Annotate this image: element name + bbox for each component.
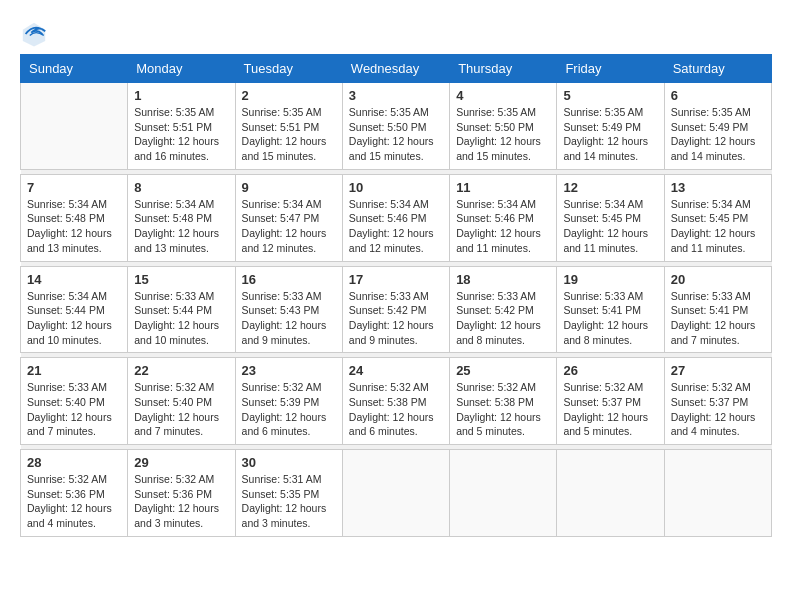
day-info: Sunrise: 5:32 AMSunset: 5:37 PMDaylight:… <box>671 380 765 439</box>
calendar-cell: 13Sunrise: 5:34 AMSunset: 5:45 PMDayligh… <box>664 174 771 261</box>
day-number: 6 <box>671 88 765 103</box>
day-number: 16 <box>242 272 336 287</box>
calendar-cell: 27Sunrise: 5:32 AMSunset: 5:37 PMDayligh… <box>664 358 771 445</box>
weekday-friday: Friday <box>557 55 664 83</box>
day-number: 5 <box>563 88 657 103</box>
day-number: 19 <box>563 272 657 287</box>
calendar-cell <box>557 450 664 537</box>
logo <box>20 20 50 48</box>
calendar-cell: 14Sunrise: 5:34 AMSunset: 5:44 PMDayligh… <box>21 266 128 353</box>
day-info: Sunrise: 5:32 AMSunset: 5:38 PMDaylight:… <box>349 380 443 439</box>
weekday-wednesday: Wednesday <box>342 55 449 83</box>
day-number: 27 <box>671 363 765 378</box>
calendar-cell: 15Sunrise: 5:33 AMSunset: 5:44 PMDayligh… <box>128 266 235 353</box>
day-info: Sunrise: 5:34 AMSunset: 5:45 PMDaylight:… <box>671 197 765 256</box>
day-number: 1 <box>134 88 228 103</box>
day-number: 26 <box>563 363 657 378</box>
calendar-cell <box>664 450 771 537</box>
day-info: Sunrise: 5:34 AMSunset: 5:48 PMDaylight:… <box>134 197 228 256</box>
generalblue-logo-icon <box>20 20 48 48</box>
day-number: 12 <box>563 180 657 195</box>
day-info: Sunrise: 5:33 AMSunset: 5:41 PMDaylight:… <box>563 289 657 348</box>
day-number: 21 <box>27 363 121 378</box>
calendar-week-5: 28Sunrise: 5:32 AMSunset: 5:36 PMDayligh… <box>21 450 772 537</box>
day-number: 8 <box>134 180 228 195</box>
calendar-cell: 28Sunrise: 5:32 AMSunset: 5:36 PMDayligh… <box>21 450 128 537</box>
day-info: Sunrise: 5:32 AMSunset: 5:37 PMDaylight:… <box>563 380 657 439</box>
day-number: 15 <box>134 272 228 287</box>
calendar-cell: 3Sunrise: 5:35 AMSunset: 5:50 PMDaylight… <box>342 83 449 170</box>
calendar-cell: 23Sunrise: 5:32 AMSunset: 5:39 PMDayligh… <box>235 358 342 445</box>
weekday-thursday: Thursday <box>450 55 557 83</box>
calendar-cell: 20Sunrise: 5:33 AMSunset: 5:41 PMDayligh… <box>664 266 771 353</box>
day-info: Sunrise: 5:33 AMSunset: 5:40 PMDaylight:… <box>27 380 121 439</box>
calendar-cell: 17Sunrise: 5:33 AMSunset: 5:42 PMDayligh… <box>342 266 449 353</box>
weekday-monday: Monday <box>128 55 235 83</box>
calendar-cell: 30Sunrise: 5:31 AMSunset: 5:35 PMDayligh… <box>235 450 342 537</box>
day-info: Sunrise: 5:35 AMSunset: 5:51 PMDaylight:… <box>134 105 228 164</box>
calendar-cell: 2Sunrise: 5:35 AMSunset: 5:51 PMDaylight… <box>235 83 342 170</box>
day-info: Sunrise: 5:34 AMSunset: 5:46 PMDaylight:… <box>349 197 443 256</box>
day-info: Sunrise: 5:32 AMSunset: 5:36 PMDaylight:… <box>27 472 121 531</box>
day-info: Sunrise: 5:34 AMSunset: 5:44 PMDaylight:… <box>27 289 121 348</box>
calendar-cell: 26Sunrise: 5:32 AMSunset: 5:37 PMDayligh… <box>557 358 664 445</box>
calendar-cell: 24Sunrise: 5:32 AMSunset: 5:38 PMDayligh… <box>342 358 449 445</box>
calendar-week-3: 14Sunrise: 5:34 AMSunset: 5:44 PMDayligh… <box>21 266 772 353</box>
day-info: Sunrise: 5:32 AMSunset: 5:39 PMDaylight:… <box>242 380 336 439</box>
day-info: Sunrise: 5:33 AMSunset: 5:44 PMDaylight:… <box>134 289 228 348</box>
calendar-cell: 6Sunrise: 5:35 AMSunset: 5:49 PMDaylight… <box>664 83 771 170</box>
weekday-sunday: Sunday <box>21 55 128 83</box>
calendar-cell: 21Sunrise: 5:33 AMSunset: 5:40 PMDayligh… <box>21 358 128 445</box>
calendar-cell: 25Sunrise: 5:32 AMSunset: 5:38 PMDayligh… <box>450 358 557 445</box>
day-number: 2 <box>242 88 336 103</box>
header <box>20 16 772 48</box>
day-number: 22 <box>134 363 228 378</box>
day-number: 10 <box>349 180 443 195</box>
day-info: Sunrise: 5:32 AMSunset: 5:40 PMDaylight:… <box>134 380 228 439</box>
day-number: 3 <box>349 88 443 103</box>
calendar-cell <box>342 450 449 537</box>
day-info: Sunrise: 5:32 AMSunset: 5:36 PMDaylight:… <box>134 472 228 531</box>
day-number: 11 <box>456 180 550 195</box>
day-info: Sunrise: 5:35 AMSunset: 5:49 PMDaylight:… <box>563 105 657 164</box>
calendar-cell: 29Sunrise: 5:32 AMSunset: 5:36 PMDayligh… <box>128 450 235 537</box>
day-info: Sunrise: 5:31 AMSunset: 5:35 PMDaylight:… <box>242 472 336 531</box>
calendar-cell: 10Sunrise: 5:34 AMSunset: 5:46 PMDayligh… <box>342 174 449 261</box>
calendar-cell: 19Sunrise: 5:33 AMSunset: 5:41 PMDayligh… <box>557 266 664 353</box>
calendar-cell: 12Sunrise: 5:34 AMSunset: 5:45 PMDayligh… <box>557 174 664 261</box>
day-number: 18 <box>456 272 550 287</box>
day-number: 9 <box>242 180 336 195</box>
calendar-cell: 8Sunrise: 5:34 AMSunset: 5:48 PMDaylight… <box>128 174 235 261</box>
calendar-cell: 4Sunrise: 5:35 AMSunset: 5:50 PMDaylight… <box>450 83 557 170</box>
calendar-cell: 16Sunrise: 5:33 AMSunset: 5:43 PMDayligh… <box>235 266 342 353</box>
day-info: Sunrise: 5:33 AMSunset: 5:43 PMDaylight:… <box>242 289 336 348</box>
calendar-week-1: 1Sunrise: 5:35 AMSunset: 5:51 PMDaylight… <box>21 83 772 170</box>
day-info: Sunrise: 5:35 AMSunset: 5:50 PMDaylight:… <box>456 105 550 164</box>
day-number: 30 <box>242 455 336 470</box>
day-number: 24 <box>349 363 443 378</box>
day-number: 7 <box>27 180 121 195</box>
calendar-cell: 11Sunrise: 5:34 AMSunset: 5:46 PMDayligh… <box>450 174 557 261</box>
calendar-cell: 5Sunrise: 5:35 AMSunset: 5:49 PMDaylight… <box>557 83 664 170</box>
weekday-tuesday: Tuesday <box>235 55 342 83</box>
calendar-cell: 22Sunrise: 5:32 AMSunset: 5:40 PMDayligh… <box>128 358 235 445</box>
calendar-cell: 9Sunrise: 5:34 AMSunset: 5:47 PMDaylight… <box>235 174 342 261</box>
weekday-header-row: SundayMondayTuesdayWednesdayThursdayFrid… <box>21 55 772 83</box>
weekday-saturday: Saturday <box>664 55 771 83</box>
day-number: 23 <box>242 363 336 378</box>
day-number: 20 <box>671 272 765 287</box>
day-info: Sunrise: 5:32 AMSunset: 5:38 PMDaylight:… <box>456 380 550 439</box>
day-info: Sunrise: 5:35 AMSunset: 5:50 PMDaylight:… <box>349 105 443 164</box>
calendar-cell <box>21 83 128 170</box>
day-number: 25 <box>456 363 550 378</box>
day-info: Sunrise: 5:34 AMSunset: 5:46 PMDaylight:… <box>456 197 550 256</box>
calendar-week-4: 21Sunrise: 5:33 AMSunset: 5:40 PMDayligh… <box>21 358 772 445</box>
calendar-cell: 7Sunrise: 5:34 AMSunset: 5:48 PMDaylight… <box>21 174 128 261</box>
day-info: Sunrise: 5:33 AMSunset: 5:41 PMDaylight:… <box>671 289 765 348</box>
calendar-table: SundayMondayTuesdayWednesdayThursdayFrid… <box>20 54 772 537</box>
day-number: 29 <box>134 455 228 470</box>
calendar-cell: 1Sunrise: 5:35 AMSunset: 5:51 PMDaylight… <box>128 83 235 170</box>
day-info: Sunrise: 5:35 AMSunset: 5:49 PMDaylight:… <box>671 105 765 164</box>
day-info: Sunrise: 5:33 AMSunset: 5:42 PMDaylight:… <box>456 289 550 348</box>
day-number: 28 <box>27 455 121 470</box>
